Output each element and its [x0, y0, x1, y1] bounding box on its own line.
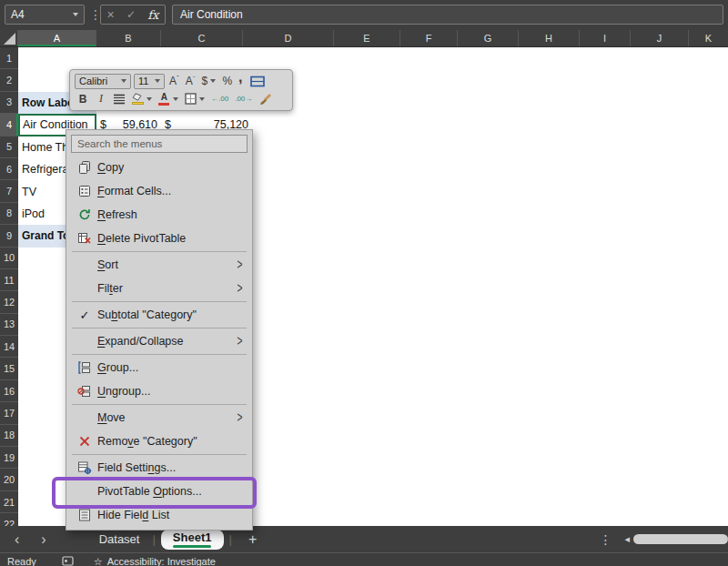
- sheet-tab-dataset[interactable]: Dataset: [86, 532, 153, 546]
- column-header-C[interactable]: C: [161, 30, 243, 46]
- column-header-K[interactable]: K: [689, 30, 728, 46]
- macro-record-icon[interactable]: [62, 556, 74, 566]
- column-header-D[interactable]: D: [243, 30, 334, 46]
- sheet-tab-sheet1-active[interactable]: Sheet1: [161, 530, 224, 550]
- hscroll-left-arrow-icon[interactable]: ◂: [624, 533, 630, 545]
- column-header-F[interactable]: F: [400, 30, 458, 46]
- column-header-A[interactable]: A: [18, 30, 96, 46]
- row-header-16[interactable]: 16: [0, 380, 18, 402]
- border-grid-button[interactable]: [183, 91, 207, 107]
- row-header-19[interactable]: 19: [0, 447, 18, 469]
- row-header-15[interactable]: 15: [0, 358, 18, 379]
- accessibility-status[interactable]: ☆ Accessibility: Investigate: [94, 556, 216, 566]
- menu-item-label: Sort: [97, 258, 118, 271]
- submenu-arrow-icon: >: [238, 280, 243, 298]
- row-header-17[interactable]: 17: [0, 402, 18, 424]
- menu-item-label: Subtotal "Category": [97, 308, 197, 321]
- increase-decimal-button[interactable]: .00→: [233, 91, 254, 107]
- row-header-11[interactable]: 11: [0, 269, 18, 291]
- row-header-14[interactable]: 14: [0, 336, 18, 358]
- border-grid-icon: [185, 93, 197, 105]
- column-header-J[interactable]: J: [631, 30, 689, 46]
- menu-item-delete-pivottable[interactable]: Delete PivotTable: [66, 227, 252, 250]
- menu-separator: [72, 301, 247, 302]
- row-header-10[interactable]: 10: [0, 248, 18, 269]
- row-header-2[interactable]: 2: [0, 69, 18, 91]
- name-box[interactable]: A4: [5, 5, 85, 25]
- menu-item-subtotal-category[interactable]: ✓ Subtotal "Category": [66, 303, 252, 327]
- row-header-1[interactable]: 1: [0, 47, 18, 69]
- menu-item-refresh[interactable]: Refresh: [66, 203, 252, 227]
- tab-overflow-icon[interactable]: ⋮: [599, 532, 624, 547]
- row-header-5[interactable]: 5: [0, 136, 18, 158]
- menu-item-hide-field-list[interactable]: Hide Field List: [66, 503, 252, 527]
- bold-button[interactable]: B: [75, 91, 91, 107]
- add-sheet-button[interactable]: +: [248, 531, 257, 548]
- submenu-arrow-icon: >: [238, 409, 243, 427]
- cancel-icon[interactable]: ×: [107, 7, 115, 22]
- menu-item-filter[interactable]: Filter >: [66, 277, 252, 300]
- select-all-triangle-icon: [4, 33, 15, 45]
- column-header-B[interactable]: B: [96, 30, 161, 46]
- row-header-7[interactable]: 7: [0, 180, 18, 202]
- menu-item-label: PivotTable Options...: [97, 485, 202, 498]
- fill-color-button[interactable]: [130, 91, 154, 107]
- chevron-down-icon[interactable]: [73, 13, 78, 16]
- menu-search-input[interactable]: [71, 135, 248, 153]
- format-painter-button[interactable]: [257, 91, 274, 107]
- horizontal-scrollbar-thumb[interactable]: [633, 534, 728, 544]
- italic-button[interactable]: I: [94, 91, 108, 107]
- row-header-9[interactable]: 9: [0, 225, 18, 247]
- row-header-8[interactable]: 8: [0, 203, 18, 225]
- row-header-21[interactable]: 21: [0, 491, 18, 513]
- row-header-3[interactable]: 3: [0, 92, 18, 114]
- chevron-down-icon: [173, 97, 178, 101]
- borders-button[interactable]: [111, 91, 127, 107]
- chevron-down-icon: [121, 79, 126, 83]
- menu-item-sort[interactable]: Sort >: [66, 253, 252, 277]
- font-color-button[interactable]: A: [157, 91, 179, 107]
- increase-font-size-button[interactable]: Aˆ: [167, 73, 181, 89]
- decrease-decimal-button[interactable]: ←.00: [209, 91, 230, 107]
- menu-item-label: Format Cells...: [97, 185, 171, 197]
- menu-item-move[interactable]: Move >: [66, 406, 252, 430]
- format-table-button[interactable]: [248, 73, 268, 89]
- menu-item-label: Copy: [97, 161, 124, 174]
- letter-a: A: [186, 75, 193, 87]
- row-header-18[interactable]: 18: [0, 425, 18, 447]
- prev-sheet-arrow-icon[interactable]: ‹: [11, 532, 23, 547]
- row-header-12[interactable]: 12: [0, 291, 18, 313]
- refresh-icon: [72, 207, 97, 222]
- column-header-I[interactable]: I: [580, 30, 631, 46]
- menu-item-remove-category[interactable]: Remove "Category": [66, 430, 252, 453]
- accounting-format-button[interactable]: $: [199, 73, 217, 89]
- row-header-4[interactable]: 4: [0, 114, 18, 136]
- percent-style-button[interactable]: %: [220, 73, 234, 89]
- menu-item-field-settings[interactable]: Field Settings...: [66, 456, 252, 480]
- menu-item-label: Refresh: [97, 208, 137, 221]
- font-size-select[interactable]: 11: [134, 74, 165, 89]
- menu-item-group[interactable]: Group...: [66, 356, 252, 379]
- comma-style-button[interactable]: ,: [237, 73, 244, 89]
- column-header-G[interactable]: G: [458, 30, 519, 46]
- row-header-13[interactable]: 13: [0, 314, 18, 336]
- menu-item-pivottable-options[interactable]: PivotTable Options...: [66, 480, 252, 503]
- font-name-select[interactable]: Calibri: [75, 74, 131, 89]
- column-header-E[interactable]: E: [334, 30, 400, 46]
- row-header-20[interactable]: 20: [0, 469, 18, 490]
- menu-item-expand-collapse[interactable]: Expand/Collapse >: [66, 329, 252, 353]
- row-header-22[interactable]: 22: [0, 513, 18, 526]
- formula-input[interactable]: Air Condition: [172, 5, 723, 25]
- menu-item-format-cells[interactable]: Format Cells...: [66, 179, 252, 203]
- decrease-font-size-button[interactable]: Aˇ: [184, 73, 197, 89]
- select-all-corner[interactable]: [0, 30, 18, 46]
- menu-item-ungroup[interactable]: Ungroup...: [66, 379, 252, 403]
- chevron-down-icon: [147, 97, 152, 101]
- insert-function-icon[interactable]: fx: [147, 8, 158, 22]
- row-header-6[interactable]: 6: [0, 158, 18, 180]
- enter-icon[interactable]: ✓: [126, 8, 136, 21]
- next-sheet-arrow-icon[interactable]: ›: [37, 532, 49, 547]
- menu-item-copy[interactable]: Copy: [66, 156, 252, 179]
- column-header-H[interactable]: H: [519, 30, 580, 46]
- decrease-decimal-icon: ←.00: [211, 95, 228, 103]
